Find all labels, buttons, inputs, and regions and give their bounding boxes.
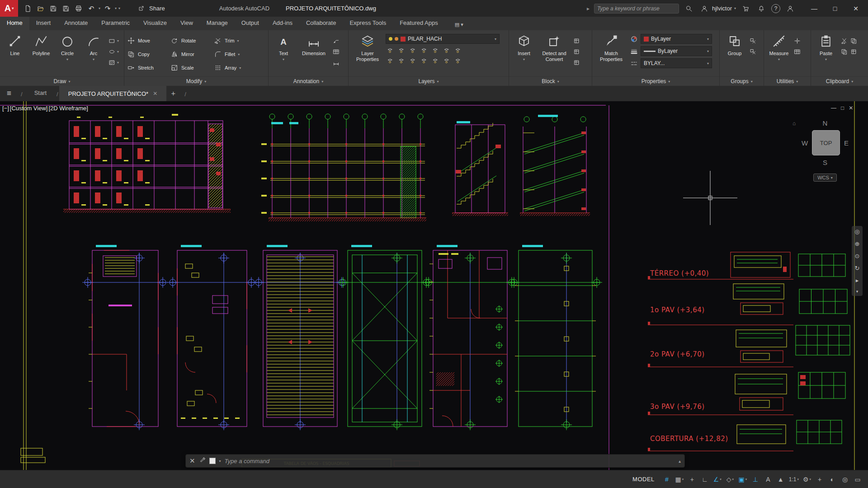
undo-icon[interactable]: ↶ — [86, 3, 97, 14]
doc-minimize-icon[interactable]: — — [831, 105, 836, 111]
ortho-toggle[interactable]: ∟ — [699, 473, 711, 486]
viewcube-west[interactable]: W — [802, 139, 808, 147]
command-input[interactable] — [225, 458, 675, 465]
panel-label-layers[interactable]: Layers▾ — [349, 76, 509, 86]
match-properties-tool[interactable]: Match Properties — [595, 32, 627, 76]
showmotion-icon[interactable]: ▸ — [856, 277, 859, 284]
panel-label-groups[interactable]: Groups▾ — [720, 76, 764, 86]
linetype-select[interactable]: BYLAY...▾ — [641, 58, 712, 68]
layer-tool-icon[interactable] — [397, 46, 405, 54]
panel-label-clipboard[interactable]: Clipboard▾ — [811, 76, 868, 86]
define-attributes-icon[interactable] — [572, 47, 580, 56]
layer-tool-icon[interactable] — [408, 46, 416, 54]
panel-label-utilities[interactable]: Utilities▾ — [764, 76, 811, 86]
measure-tool[interactable]: Measure▾ — [767, 32, 791, 76]
panel-label-block[interactable]: Block▾ — [509, 76, 592, 86]
menu-hamburger-icon[interactable]: ≡ — [0, 86, 18, 101]
new-file-icon[interactable] — [23, 3, 33, 14]
layer-tool-icon[interactable] — [386, 46, 394, 54]
ribbon-tab-express-tools[interactable]: Express Tools — [343, 17, 393, 30]
help-icon[interactable]: ? — [771, 4, 780, 13]
move-tool[interactable]: Move — [127, 37, 170, 45]
command-caret-icon[interactable]: ▾ — [219, 459, 221, 463]
fillet-tool[interactable]: Fillet▾ — [214, 50, 257, 58]
table-tool-icon[interactable] — [332, 47, 340, 56]
panel-label-modify[interactable]: Modify▾ — [124, 76, 268, 86]
annotation-autoscale-toggle[interactable]: ▲ — [775, 473, 787, 486]
polar-tracking-toggle[interactable]: ∠▾ — [712, 473, 723, 486]
hatch-tool-icon[interactable] — [108, 58, 116, 66]
copy-tool[interactable]: Copy — [127, 50, 170, 58]
annotation-scale[interactable]: 1:1▾ — [788, 473, 800, 486]
graphics-performance-toggle[interactable]: ◎ — [839, 473, 851, 486]
cut-icon[interactable] — [840, 37, 848, 45]
doc-close-icon[interactable]: ✕ — [849, 105, 853, 111]
recent-commands-icon[interactable] — [209, 458, 216, 464]
qat-customize-icon[interactable]: ▾ — [118, 6, 120, 10]
ribbon-tab-home[interactable]: Home — [0, 17, 29, 30]
navigation-wheel-icon[interactable]: ◎ — [854, 228, 859, 235]
zoom-icon[interactable]: ⊙ — [855, 253, 860, 259]
cart-icon[interactable] — [741, 3, 751, 14]
pan-icon[interactable]: ⊕ — [855, 240, 860, 247]
isodraft-toggle[interactable]: ◇▾ — [724, 473, 736, 486]
arc-tool[interactable]: Arc▾ — [81, 32, 106, 76]
tab-start[interactable]: Start — [25, 86, 56, 101]
viewcube-home-icon[interactable]: ⌂ — [793, 120, 796, 127]
clean-screen-toggle[interactable]: ▭ — [852, 473, 863, 486]
group-edit-icon[interactable] — [749, 47, 757, 56]
layer-tool-icon[interactable] — [397, 56, 405, 65]
layer-tool-icon[interactable] — [431, 56, 439, 65]
layer-tool-icon[interactable] — [442, 46, 450, 54]
window-maximize-icon[interactable]: □ — [825, 0, 845, 17]
layer-tool-icon[interactable] — [431, 46, 439, 54]
tab-close-icon[interactable]: ✕ — [153, 90, 157, 97]
ribbon-tab-parametric[interactable]: Parametric — [94, 17, 137, 30]
tab-document[interactable]: PROJETO ARQUITETÔNICO*✕ — [59, 86, 167, 101]
window-minimize-icon[interactable]: — — [804, 0, 825, 17]
ribbon-tab-manage[interactable]: Manage — [200, 17, 235, 30]
save-icon[interactable] — [48, 3, 59, 14]
viewcube-top-face[interactable]: TOP — [812, 130, 840, 155]
dimension-style-icon[interactable] — [332, 58, 340, 66]
layer-tool-icon[interactable] — [420, 46, 428, 54]
lineweight-select[interactable]: ByLayer▾ — [641, 46, 712, 56]
user-menu[interactable]: hjlvictor ▾ — [699, 3, 736, 14]
new-tab-icon[interactable]: ＋ — [166, 86, 180, 101]
plot-icon[interactable] — [73, 3, 84, 14]
id-point-icon[interactable] — [793, 37, 801, 45]
trim-tool[interactable]: Trim▾ — [214, 37, 257, 45]
paste-tool[interactable]: Paste▾ — [814, 32, 838, 76]
ribbon-tab-view[interactable]: View — [174, 17, 200, 30]
object-color-select[interactable]: ByLayer▾ — [641, 34, 712, 44]
rectangle-tool-icon[interactable] — [108, 37, 116, 45]
layer-tool-icon[interactable] — [442, 56, 450, 65]
stretch-tool[interactable]: Stretch — [127, 64, 170, 72]
paste-special-icon[interactable] — [849, 47, 858, 56]
command-close-icon[interactable]: ✕ — [189, 457, 195, 465]
customize-wrench-icon[interactable] — [199, 457, 206, 465]
search-input[interactable] — [597, 5, 676, 12]
workspace-switcher[interactable]: ⚙▾ — [801, 473, 813, 486]
share-button[interactable]: Share — [136, 3, 165, 14]
layer-tool-icon[interactable] — [386, 56, 394, 65]
annotation-visibility-toggle[interactable]: A — [762, 473, 774, 486]
drawing-canvas[interactable]: TÉRREO (+0,40)1o PAV (+3,64)2o PAV (+6,7… — [0, 101, 868, 470]
viewcube-north[interactable]: N — [794, 119, 856, 127]
redo-caret-icon[interactable]: ▾ — [115, 6, 117, 10]
copy-with-basepoint-icon[interactable] — [840, 47, 848, 56]
viewport-view-control[interactable]: [Custom View] — [10, 105, 48, 112]
scale-tool[interactable]: Scale — [170, 64, 214, 72]
infer-constraints-toggle[interactable]: + — [686, 473, 698, 486]
isolate-objects-toggle[interactable]: ◐ — [826, 473, 838, 486]
text-tool[interactable]: AText▾ — [271, 32, 296, 76]
search-icon[interactable] — [684, 3, 694, 14]
ungroup-icon[interactable] — [749, 37, 757, 45]
navbar-more-icon[interactable]: ▾ — [856, 289, 859, 294]
viewport-visualstyle-control[interactable]: [2D Wireframe] — [48, 105, 88, 112]
undo-caret-icon[interactable]: ▾ — [99, 6, 100, 10]
rotate-tool[interactable]: Rotate — [170, 37, 214, 45]
model-space-toggle[interactable]: MODEL — [627, 476, 660, 483]
ribbon-options-button[interactable]: ▤ ▾ — [451, 19, 467, 30]
autocad-logo[interactable]: A▾ — [0, 0, 18, 17]
